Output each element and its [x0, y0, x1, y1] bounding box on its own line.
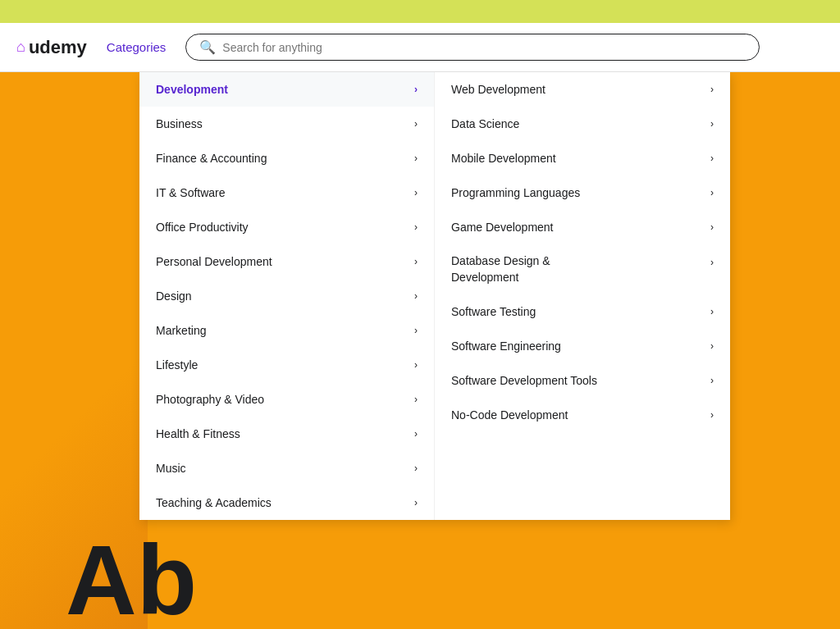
chevron-right-icon: › — [414, 187, 418, 198]
category-item-marketing[interactable]: Marketing › — [139, 313, 434, 348]
search-icon: 🔍 — [199, 39, 216, 55]
subcategory-item-dev-tools[interactable]: Software Development Tools › — [435, 363, 730, 398]
chevron-right-icon: › — [710, 375, 714, 386]
category-item-music[interactable]: Music › — [139, 451, 434, 485]
chevron-right-icon: › — [414, 428, 418, 440]
subcategory-label: Software Engineering — [451, 340, 561, 353]
category-label: Personal Development — [156, 255, 272, 268]
chevron-right-icon: › — [414, 359, 418, 371]
logo-icon: ⌂ — [16, 39, 25, 56]
category-label: Development — [156, 83, 228, 96]
category-item-health[interactable]: Health & Fitness › — [139, 417, 434, 451]
chevron-right-icon: › — [414, 325, 418, 336]
subcategory-item-game-dev[interactable]: Game Development › — [435, 210, 730, 244]
category-label: Finance & Accounting — [156, 152, 267, 165]
subcategory-label: Data Science — [451, 117, 519, 130]
subcategory-item-software-testing[interactable]: Software Testing › — [435, 294, 730, 329]
category-label: Marketing — [156, 324, 206, 337]
subcategory-item-nocode[interactable]: No-Code Development › — [435, 398, 730, 432]
chevron-right-icon: › — [414, 118, 418, 130]
categories-left-menu: Development › Business › Finance & Accou… — [139, 72, 435, 520]
chevron-right-icon: › — [414, 290, 418, 302]
chevron-right-icon: › — [710, 84, 714, 95]
subcategories-right-menu: Web Development › Data Science › Mobile … — [435, 72, 730, 520]
categories-nav[interactable]: Categories — [107, 40, 167, 54]
content-area: Ab Development › Business › Finance & Ac… — [0, 72, 840, 629]
category-label: Teaching & Academics — [156, 496, 272, 509]
category-label: Design — [156, 289, 192, 303]
chevron-right-icon: › — [710, 187, 714, 198]
category-label: Photography & Video — [156, 393, 264, 406]
subcategory-item-data-science[interactable]: Data Science › — [435, 107, 730, 141]
top-announcement-bar — [0, 0, 840, 23]
subcategory-label: Game Development — [451, 221, 554, 234]
subcategory-item-web-dev[interactable]: Web Development › — [435, 72, 730, 107]
chevron-right-icon: › — [710, 153, 714, 164]
subcategory-label: Web Development — [451, 83, 546, 96]
logo[interactable]: ⌂ udemy — [16, 37, 87, 58]
chevron-right-icon: › — [414, 84, 418, 95]
chevron-right-icon: › — [414, 256, 418, 267]
category-item-teaching[interactable]: Teaching & Academics › — [139, 485, 434, 520]
category-item-design[interactable]: Design › — [139, 279, 434, 313]
chevron-right-icon: › — [710, 340, 714, 352]
subcategory-label: No-Code Development — [451, 408, 568, 422]
subcategory-item-software-engineering[interactable]: Software Engineering › — [435, 329, 730, 363]
category-item-business[interactable]: Business › — [139, 107, 434, 141]
category-item-development[interactable]: Development › — [139, 72, 434, 107]
category-label: Lifestyle — [156, 358, 198, 371]
hero-text: Ab — [66, 531, 197, 629]
chevron-right-icon: › — [414, 221, 418, 233]
chevron-right-icon: › — [710, 221, 714, 233]
chevron-right-icon: › — [710, 257, 714, 268]
subcategory-item-mobile[interactable]: Mobile Development › — [435, 141, 730, 175]
category-label: Office Productivity — [156, 221, 249, 234]
category-label: IT & Software — [156, 186, 226, 199]
category-item-finance[interactable]: Finance & Accounting › — [139, 141, 434, 175]
chevron-right-icon: › — [710, 409, 714, 421]
category-item-lifestyle[interactable]: Lifestyle › — [139, 348, 434, 382]
categories-dropdown: Development › Business › Finance & Accou… — [139, 72, 730, 520]
search-bar: 🔍 — [185, 34, 760, 61]
category-label: Music — [156, 462, 186, 475]
category-item-personal[interactable]: Personal Development › — [139, 244, 434, 279]
subcategory-label: Software Testing — [451, 305, 536, 318]
chevron-right-icon: › — [414, 463, 418, 474]
chevron-right-icon: › — [710, 306, 714, 317]
chevron-right-icon: › — [710, 118, 714, 130]
chevron-right-icon: › — [414, 394, 418, 405]
subcategory-label: Programming Languages — [451, 186, 580, 199]
subcategory-label: Mobile Development — [451, 152, 556, 165]
subcategory-label: Software Development Tools — [451, 374, 597, 387]
header: ⌂ udemy Categories 🔍 — [0, 23, 840, 72]
chevron-right-icon: › — [414, 153, 418, 164]
category-item-it-software[interactable]: IT & Software › — [139, 175, 434, 210]
chevron-right-icon: › — [414, 497, 418, 508]
subcategory-item-programming-languages[interactable]: Programming Languages › — [435, 175, 730, 210]
subcategory-item-database[interactable]: Database Design &Development › — [435, 244, 730, 294]
subcategory-label: Database Design &Development — [451, 253, 550, 285]
category-item-photography[interactable]: Photography & Video › — [139, 382, 434, 417]
logo-text: udemy — [29, 37, 87, 58]
search-input[interactable] — [222, 41, 746, 54]
category-item-office[interactable]: Office Productivity › — [139, 210, 434, 244]
category-label: Health & Fitness — [156, 427, 240, 440]
category-label: Business — [156, 117, 203, 130]
